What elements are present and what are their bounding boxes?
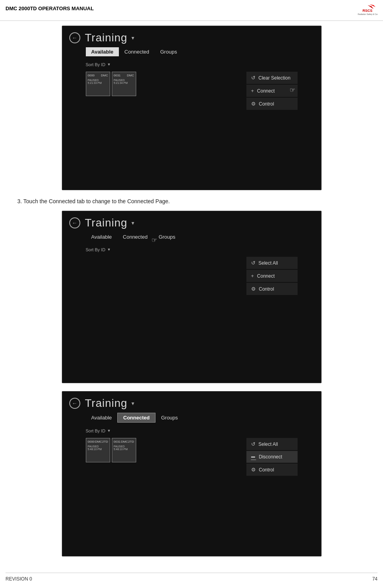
content-area-3: 0000 DMC2TD PAUSED 5:48:10 PM 0031 DMC2T…: [62, 438, 321, 525]
device-card-3a[interactable]: 0000 DMC2TD PAUSED 5:48:10 PM: [86, 438, 110, 462]
page-footer: REVISION 0 74: [6, 573, 377, 582]
device-cards-3: 0000 DMC2TD PAUSED 5:48:10 PM 0031 DMC2T…: [86, 438, 246, 462]
app-tabs-2: Available Connected ☞ Groups: [62, 232, 321, 241]
instruction-step-3: 3. Touch the Connected tab to change to …: [6, 198, 377, 204]
content-area-2: ↺ Select All + Connect ⚙ Control: [62, 257, 321, 343]
refresh-icon-2: ↺: [251, 260, 255, 266]
cursor-icon: ☞: [290, 86, 295, 94]
app-tabs-3: Available Connected Groups: [62, 413, 321, 423]
sort-row-2: Sort By ID ▾: [62, 245, 321, 254]
document-title: DMC 2000TD OPERATORS MANUAL: [6, 3, 94, 11]
refresh-icon: ↺: [251, 75, 255, 81]
device-card[interactable]: 0031 DMC PAUSED 5:21:34 PM: [112, 72, 136, 96]
app-topbar-1: ← Training ▾: [62, 26, 321, 47]
app-sidebar-2: ↺ Select All + Connect ⚙ Control: [246, 257, 298, 343]
tab-available-2[interactable]: Available: [86, 232, 118, 241]
sort-row-3: Sort By ID ▾: [62, 427, 321, 435]
content-area-1: 0000 DMC PAUSED 5:21:33 PM 0031 DMC PAU: [62, 72, 321, 158]
minus-icon: —: [251, 456, 255, 458]
sort-dropdown-icon-3[interactable]: ▾: [108, 428, 110, 433]
sort-row-1: Sort By ID ▾: [62, 60, 321, 69]
back-button-2[interactable]: ←: [69, 217, 80, 228]
app-title-3: Training: [85, 397, 128, 410]
svg-text:RSCS: RSCS: [363, 9, 372, 13]
app-title-dropdown-2[interactable]: ▾: [131, 220, 134, 226]
app-ui-2: ← Training ▾ Available Connected ☞ Group…: [62, 211, 321, 383]
panel-1: ← Training ▾ Available Connected Groups …: [62, 26, 322, 190]
app-tabs-1: Available Connected Groups: [62, 47, 321, 56]
clear-selection-button[interactable]: ↺ Clear Selection: [246, 72, 298, 84]
sort-dropdown-icon-1[interactable]: ▾: [108, 62, 110, 67]
gear-icon: ⚙: [251, 101, 256, 107]
tab-available-1[interactable]: Available: [86, 47, 119, 56]
app-title-2: Training: [85, 217, 128, 229]
app-topbar-2: ← Training ▾: [62, 211, 321, 232]
gear-icon-2: ⚙: [251, 286, 256, 292]
app-ui-1: ← Training ▾ Available Connected Groups …: [62, 26, 321, 190]
svg-text:Radiation Safety & Control Ser: Radiation Safety & Control Services: [358, 13, 377, 15]
app-ui-3: ← Training ▾ Available Connected Groups …: [62, 391, 321, 556]
back-button-1[interactable]: ←: [69, 32, 80, 43]
connect-button-2[interactable]: + Connect: [246, 270, 298, 282]
select-all-button-2[interactable]: ↺ Select All: [246, 257, 298, 269]
rscs-logo: RSCS Radiation Safety & Control Services: [346, 3, 377, 19]
device-cards-1: 0000 DMC PAUSED 5:21:33 PM 0031 DMC PAU: [86, 72, 246, 96]
page-number: 74: [372, 576, 377, 582]
tab-connected-2[interactable]: Connected ☞: [117, 232, 153, 241]
plus-icon: +: [251, 88, 254, 94]
main-content-3: 0000 DMC2TD PAUSED 5:48:10 PM 0031 DMC2T…: [86, 438, 246, 525]
tab-groups-1[interactable]: Groups: [155, 47, 183, 56]
sort-dropdown-icon-2[interactable]: ▾: [108, 247, 110, 252]
plus-icon-2: +: [251, 273, 254, 279]
tab-connected-1[interactable]: Connected: [119, 47, 155, 56]
tab-connected-3[interactable]: Connected: [117, 413, 155, 423]
main-content-2: [86, 257, 246, 343]
logo-container: RSCS Radiation Safety & Control Services: [346, 3, 377, 19]
revision-label: REVISION 0: [6, 576, 32, 582]
app-topbar-3: ← Training ▾: [62, 391, 321, 413]
panel-3: ← Training ▾ Available Connected Groups …: [62, 391, 322, 556]
device-card-3b[interactable]: 0031 DMC2TD PAUSED 5:48:10 PM: [112, 438, 136, 462]
page-body: ← Training ▾ Available Connected Groups …: [0, 21, 383, 572]
back-button-3[interactable]: ←: [69, 398, 80, 409]
app-title-dropdown-3[interactable]: ▾: [131, 400, 134, 406]
panel-2: ← Training ▾ Available Connected ☞ Group…: [62, 211, 322, 383]
main-content-1: 0000 DMC PAUSED 5:21:33 PM 0031 DMC PAU: [86, 72, 246, 158]
tab-groups-2[interactable]: Groups: [153, 232, 181, 241]
app-title-dropdown-1[interactable]: ▾: [131, 35, 134, 41]
app-title-1: Training: [85, 32, 128, 44]
control-button-2[interactable]: ⚙ Control: [246, 283, 298, 295]
control-button-3[interactable]: ⚙ Control: [246, 464, 298, 476]
connect-button-1[interactable]: + Connect ☞: [246, 85, 298, 97]
select-all-button-3[interactable]: ↺ Select All: [246, 438, 298, 450]
gear-icon-3: ⚙: [251, 467, 256, 473]
refresh-icon-3: ↺: [251, 441, 255, 447]
page-header: DMC 2000TD OPERATORS MANUAL RSCS Radiati…: [0, 0, 383, 21]
tab-groups-3[interactable]: Groups: [155, 413, 183, 422]
app-sidebar-1: ↺ Clear Selection + Connect ☞ ⚙ Control: [246, 72, 298, 158]
tab-available-3[interactable]: Available: [86, 413, 118, 422]
control-button-1[interactable]: ⚙ Control: [246, 98, 298, 110]
app-sidebar-3: ↺ Select All — Disconnect ⚙ Control: [246, 438, 298, 525]
device-card[interactable]: 0000 DMC PAUSED 5:21:33 PM: [86, 72, 110, 96]
disconnect-button[interactable]: — Disconnect: [246, 451, 298, 463]
